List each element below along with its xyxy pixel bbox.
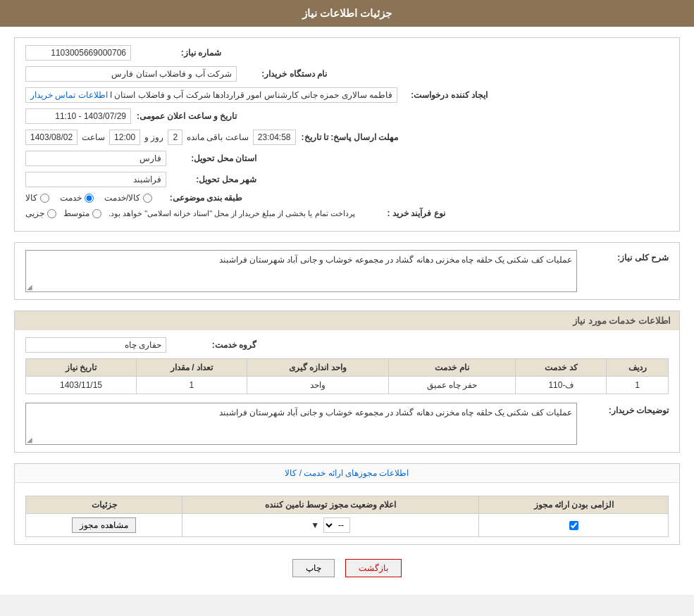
buyer-dept-value: شرکت آب و فاضلاب استان فارس	[25, 66, 237, 82]
purchase-partial-label: جزیی	[25, 208, 44, 218]
license-section-title-link[interactable]: اطلاعات مجوزهای ارائه خدمت / کالا	[285, 468, 409, 478]
city-label: شهر محل تحویل:	[172, 175, 256, 184]
license-table-head: الزامی بودن ارائه مجوز اعلام وضعیت مجوز …	[26, 496, 669, 514]
buyer-notes-label: توضیحات خریدار:	[584, 403, 669, 415]
services-table-header-row: ردیف کد خدمت نام خدمت واحد اندازه گیری ت…	[26, 359, 669, 377]
services-table: ردیف کد خدمت نام خدمت واحد اندازه گیری ت…	[25, 358, 669, 394]
resize-handle[interactable]: ◢	[27, 283, 32, 291]
main-info-body: شماره نیاز: 1103005669000706 نام دستگاه …	[15, 38, 679, 231]
services-table-head: ردیف کد خدمت نام خدمت واحد اندازه گیری ت…	[26, 359, 669, 377]
buyer-notes-value: عملیات کف شکنی یک حلقه چاه مخزنی دهانه گ…	[25, 403, 577, 445]
reply-days-value: 2	[168, 130, 182, 145]
category-radio-group: کالا/خدمت خدمت کالا	[25, 193, 152, 203]
license-section-body: الزامی بودن ارائه مجوز اعلام وضعیت مجوز …	[15, 483, 679, 544]
service-group-value: حفاری چاه	[25, 337, 166, 353]
purchase-type-options: جزیی متوسط پرداخت تمام یا بخشی از مبلغ خ…	[25, 208, 355, 218]
purchase-partial-radio[interactable]	[47, 209, 56, 218]
unit-cell: واحد	[247, 377, 388, 394]
license-required-cell	[479, 514, 669, 537]
reply-remaining-label: ساعت باقی مانده	[187, 132, 249, 142]
buyer-notes-container: عملیات کف شکنی یک حلقه چاه مخزنی دهانه گ…	[25, 403, 577, 445]
category-kala-radio[interactable]	[40, 194, 49, 203]
reply-days-label: روز و	[144, 132, 163, 142]
buyer-notes-row: توضیحات خریدار: عملیات کف شکنی یک حلقه چ…	[25, 403, 669, 445]
row-num-cell: 1	[607, 377, 669, 394]
reply-remaining-value: 23:04:58	[253, 130, 296, 145]
description-section: شرح کلی نیاز: عملیات کف شکنی یک حلقه چاه…	[14, 242, 680, 300]
reply-date-value: 1403/08/02	[25, 130, 78, 145]
page-title: جزئیات اطلاعات نیاز	[302, 7, 392, 19]
category-khidmat-label: خدمت	[60, 193, 82, 203]
category-kala-khidmat-radio[interactable]	[143, 194, 152, 203]
services-section-header: اطلاعات خدمات مورد نیاز	[15, 311, 679, 330]
reply-time-label: ساعت	[82, 132, 105, 142]
col-quantity: تعداد / مقدار	[136, 359, 247, 377]
action-buttons-row: بازگشت چاپ	[14, 559, 680, 577]
col-license-details: جزئیات	[26, 496, 182, 514]
purchase-type-row: نوع فرآیند خرید : جزیی متوسط پرداخت تمام…	[25, 208, 669, 218]
print-button[interactable]: چاپ	[292, 559, 335, 577]
category-khidmat: خدمت	[60, 193, 94, 203]
category-kala: کالا	[25, 193, 49, 203]
col-unit: واحد اندازه گیری	[247, 359, 388, 377]
license-required-checkbox-container	[485, 521, 662, 530]
description-container: عملیات کف شکنی یک حلقه چاه مخزنی دهانه گ…	[25, 250, 577, 292]
province-row: استان محل تحویل: فارس	[25, 151, 669, 166]
license-row: -- ▼ مشاهده مجوز	[26, 514, 669, 537]
requester-value: فاطمه سالاری حمزه جانی کارشناس امور قرار…	[25, 87, 397, 103]
purchase-medium-radio[interactable]	[92, 209, 101, 218]
description-section-body: شرح کلی نیاز: عملیات کف شکنی یک حلقه چاه…	[15, 243, 679, 299]
description-label: شرح کلی نیاز:	[584, 250, 669, 263]
requester-label: ایجاد کننده درخواست:	[403, 90, 488, 100]
announce-datetime-label: تاریخ و ساعت اعلان عمومی:	[137, 111, 237, 121]
col-license-required: الزامی بودن ارائه مجوز	[479, 496, 669, 514]
col-date: تاریخ نیاز	[26, 359, 137, 377]
category-khidmat-radio[interactable]	[85, 194, 94, 203]
license-section: اطلاعات مجوزهای ارائه خدمت / کالا الزامی…	[14, 463, 680, 545]
back-button[interactable]: بازگشت	[345, 559, 402, 577]
reply-deadline-label: مهلت ارسال پاسخ: تا تاریخ:	[302, 132, 398, 142]
description-value: عملیات کف شکنی یک حلقه چاه مخزنی دهانه گ…	[25, 250, 577, 292]
buyer-notes-resize-handle[interactable]: ◢	[27, 436, 32, 444]
service-group-label: گروه خدمت:	[172, 340, 256, 350]
service-name-cell: حفر چاه عمیق	[388, 377, 516, 394]
col-license-status: اعلام وضعیت مجوز توسط نامین کننده	[182, 496, 479, 514]
main-info-section: شماره نیاز: 1103005669000706 نام دستگاه …	[14, 37, 680, 232]
license-status-select[interactable]: --	[323, 517, 350, 533]
license-table-body: -- ▼ مشاهده مجوز	[26, 514, 669, 537]
purchase-medium-item: متوسط	[63, 208, 101, 218]
reply-time-value: 12:00	[109, 130, 140, 145]
table-row: 1 ف-110 حفر چاه عمیق واحد 1 1403/11/15	[26, 377, 669, 394]
services-section-title: اطلاعات خدمات مورد نیاز	[573, 315, 671, 326]
announce-datetime-value: 1403/07/29 - 11:10	[25, 108, 131, 124]
category-kala-label: کالا	[25, 193, 37, 203]
date-cell: 1403/11/15	[26, 377, 137, 394]
province-value: فارس	[25, 151, 166, 166]
license-required-checkbox[interactable]	[569, 521, 578, 530]
license-table: الزامی بودن ارائه مجوز اعلام وضعیت مجوز …	[25, 496, 669, 537]
need-number-row: شماره نیاز: 1103005669000706	[25, 45, 669, 61]
purchase-partial-item: جزیی	[25, 208, 56, 218]
license-status-cell: -- ▼	[182, 514, 479, 537]
category-kala-khidmat: کالا/خدمت	[104, 193, 152, 203]
buyer-dept-row: نام دستگاه خریدار: شرکت آب و فاضلاب استا…	[25, 66, 669, 82]
view-license-button[interactable]: مشاهده مجوز	[72, 517, 135, 533]
category-kala-khidmat-label: کالا/خدمت	[104, 193, 140, 203]
services-section: اطلاعات خدمات مورد نیاز گروه خدمت: حفاری…	[14, 310, 680, 453]
service-group-row: گروه خدمت: حفاری چاه	[25, 337, 669, 353]
need-number-value: 1103005669000706	[25, 45, 131, 61]
license-details-cell: مشاهده مجوز	[26, 514, 182, 537]
purchase-medium-label: متوسط	[63, 208, 89, 218]
need-number-label: شماره نیاز:	[137, 48, 221, 58]
requester-row: ایجاد کننده درخواست: فاطمه سالاری حمزه ج…	[25, 87, 669, 103]
content-area: شماره نیاز: 1103005669000706 نام دستگاه …	[0, 27, 694, 595]
page-wrapper: جزئیات اطلاعات نیاز شماره نیاز: 11030056…	[0, 0, 694, 595]
col-row-num: ردیف	[607, 359, 669, 377]
col-service-code: کد خدمت	[516, 359, 607, 377]
requester-contact-link[interactable]: اطلاعات تماس خریدار	[30, 90, 108, 100]
city-row: شهر محل تحویل: فراشبند	[25, 172, 669, 187]
service-code-cell: ف-110	[516, 377, 607, 394]
license-table-header-row: الزامی بودن ارائه مجوز اعلام وضعیت مجوز …	[26, 496, 669, 514]
reply-deadline-row: مهلت ارسال پاسخ: تا تاریخ: 23:04:58 ساعت…	[25, 130, 669, 145]
purchase-notice: پرداخت تمام یا بخشی از مبلغ خریدار از مح…	[109, 209, 355, 218]
